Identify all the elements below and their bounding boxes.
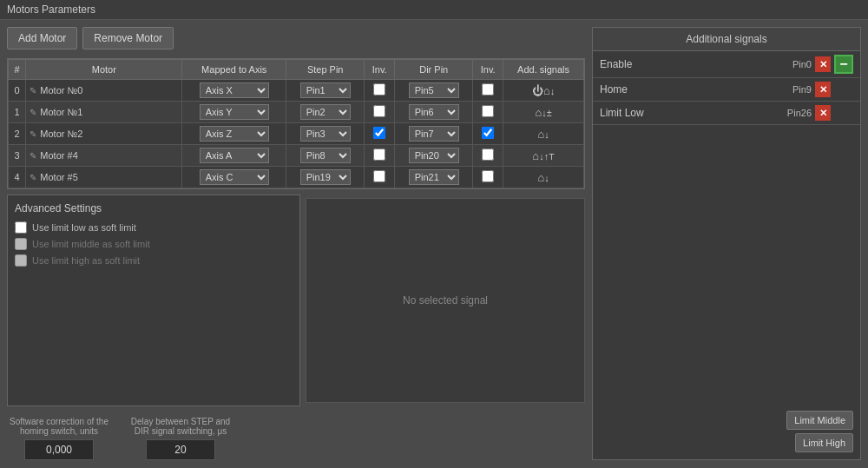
motor-edit-icon[interactable]: ✎ — [30, 129, 36, 139]
signal-enable-remove-btn[interactable]: ✕ — [815, 56, 831, 72]
checkbox-limit-high-row: Use limit high as soft limit — [15, 254, 293, 267]
motor-axis-select[interactable]: Axis XAxis YAxis ZAxis AAxis BAxis C — [200, 169, 269, 185]
motor-dir-pin-cell: Pin0Pin1Pin2Pin3Pin4Pin5Pin6Pin7Pin8Pin9… — [395, 145, 473, 167]
motor-step-pin-select[interactable]: Pin0Pin1Pin2Pin3Pin4Pin5Pin6Pin7Pin8Pin9… — [300, 82, 351, 98]
motor-name-cell: ✎Motor №0 — [26, 80, 182, 102]
motor-edit-icon[interactable]: ✎ — [30, 151, 36, 161]
motor-step-pin-cell: Pin0Pin1Pin2Pin3Pin4Pin5Pin6Pin7Pin8Pin9… — [286, 145, 365, 167]
step-dir-delay-input[interactable] — [146, 439, 215, 460]
add-limit-high-button[interactable]: Limit High — [795, 433, 853, 452]
app-title: Motors Parameters — [7, 3, 95, 16]
left-panel: Add Motor Remove Motor # Motor Mapped to… — [7, 27, 585, 460]
motor-name-label: Motor #4 — [40, 150, 77, 161]
main-container: Add Motor Remove Motor # Motor Mapped to… — [0, 20, 868, 467]
motor-step-inv-cell — [365, 102, 395, 123]
homing-correction-input[interactable] — [24, 439, 94, 460]
motor-name-label: Motor №2 — [40, 129, 82, 139]
add-limit-middle-button[interactable]: Limit Middle — [786, 411, 853, 430]
motor-add-signals-cell[interactable]: ⌂↓± — [503, 102, 584, 123]
toolbar: Add Motor Remove Motor — [7, 27, 585, 49]
checkbox-limit-middle-label: Use limit middle as soft limit — [32, 239, 150, 249]
homing-correction-label: Software correction of the homing switch… — [7, 417, 111, 436]
motor-name-label: Motor #5 — [40, 172, 77, 182]
motor-dir-pin-cell: Pin0Pin1Pin2Pin3Pin4Pin5Pin6Pin7Pin8Pin9… — [395, 80, 473, 102]
motor-step-pin-select[interactable]: Pin0Pin1Pin2Pin3Pin4Pin5Pin6Pin7Pin8Pin9… — [300, 104, 351, 120]
motor-add-signals-cell[interactable]: ⌂↓ — [503, 167, 584, 188]
motor-name-label: Motor №0 — [40, 85, 82, 96]
signal-home-name: Home — [600, 83, 678, 96]
motor-edit-icon[interactable]: ✎ — [30, 86, 36, 96]
signal-limit-low-pin: Pin26 — [678, 108, 815, 118]
motor-name-label: Motor №1 — [40, 107, 82, 117]
motor-dir-inv-checkbox[interactable] — [482, 170, 494, 182]
checkbox-limit-high[interactable] — [15, 254, 27, 267]
motor-dir-pin-select[interactable]: Pin0Pin1Pin2Pin3Pin4Pin5Pin6Pin7Pin8Pin9… — [409, 126, 459, 142]
signal-enable-minus-btn[interactable]: − — [834, 55, 853, 74]
motor-axis-cell: Axis XAxis YAxis ZAxis AAxis BAxis C — [182, 145, 286, 167]
no-signal-text: No selected signal — [403, 294, 488, 307]
motor-dir-inv-checkbox[interactable] — [482, 148, 494, 161]
signal-home-pin: Pin9 — [678, 84, 815, 95]
motor-step-inv-checkbox[interactable] — [373, 148, 385, 161]
motor-axis-cell: Axis XAxis YAxis ZAxis AAxis BAxis C — [182, 102, 286, 123]
motor-dir-inv-checkbox[interactable] — [482, 105, 494, 117]
remove-motor-button[interactable]: Remove Motor — [82, 27, 174, 49]
motor-step-inv-checkbox[interactable] — [373, 83, 385, 96]
motor-axis-cell: Axis XAxis YAxis ZAxis AAxis BAxis C — [182, 80, 286, 102]
homing-correction-group: Software correction of the homing switch… — [7, 417, 111, 460]
checkbox-limit-middle[interactable] — [15, 238, 27, 250]
checkbox-limit-low-label: Use limit low as soft limit — [32, 222, 136, 233]
motor-dir-pin-select[interactable]: Pin0Pin1Pin2Pin3Pin4Pin5Pin6Pin7Pin8Pin9… — [409, 82, 459, 98]
right-panel: Additional signals Enable Pin0 ✕ − Home … — [592, 27, 861, 460]
step-dir-delay-group: Delay between STEP and DIR signal switch… — [128, 417, 233, 460]
motor-edit-icon[interactable]: ✎ — [30, 173, 36, 182]
motor-step-inv-checkbox[interactable] — [373, 170, 385, 182]
motor-step-pin-select[interactable]: Pin0Pin1Pin2Pin3Pin4Pin5Pin6Pin7Pin8Pin9… — [300, 148, 351, 163]
motor-axis-cell: Axis XAxis YAxis ZAxis AAxis BAxis C — [182, 167, 286, 188]
motor-add-signals-cell[interactable]: ⌂↓ — [503, 123, 584, 145]
motor-step-inv-checkbox[interactable] — [373, 105, 385, 117]
table-row: 3✎Motor #4Axis XAxis YAxis ZAxis AAxis B… — [9, 145, 584, 167]
col-header-addsignals: Add. signals — [503, 60, 584, 80]
motor-dir-pin-select[interactable]: Pin0Pin1Pin2Pin3Pin4Pin5Pin6Pin7Pin8Pin9… — [409, 169, 459, 185]
motor-edit-icon[interactable]: ✎ — [30, 108, 36, 117]
motor-index: 0 — [9, 80, 26, 102]
motor-step-inv-cell — [365, 80, 395, 102]
signal-limit-low-row: Limit Low Pin26 ✕ — [593, 102, 860, 125]
motor-step-inv-cell — [365, 123, 395, 145]
motor-step-pin-select[interactable]: Pin0Pin1Pin2Pin3Pin4Pin5Pin6Pin7Pin8Pin9… — [300, 169, 351, 185]
motor-axis-select[interactable]: Axis XAxis YAxis ZAxis AAxis BAxis C — [200, 82, 269, 98]
col-header-motor: Motor — [26, 60, 182, 80]
motor-dir-pin-select[interactable]: Pin0Pin1Pin2Pin3Pin4Pin5Pin6Pin7Pin8Pin9… — [409, 104, 459, 120]
motors-table: # Motor Mapped to Axis Step Pin Inv. Dir… — [7, 58, 585, 189]
motor-step-pin-select[interactable]: Pin0Pin1Pin2Pin3Pin4Pin5Pin6Pin7Pin8Pin9… — [300, 126, 351, 142]
motor-step-pin-cell: Pin0Pin1Pin2Pin3Pin4Pin5Pin6Pin7Pin8Pin9… — [286, 80, 365, 102]
motor-axis-select[interactable]: Axis XAxis YAxis ZAxis AAxis BAxis C — [200, 126, 269, 142]
motor-dir-pin-cell: Pin0Pin1Pin2Pin3Pin4Pin5Pin6Pin7Pin8Pin9… — [395, 102, 473, 123]
motor-name-cell: ✎Motor #5 — [26, 167, 182, 188]
motor-index: 1 — [9, 102, 26, 123]
motor-dir-inv-checkbox[interactable] — [482, 127, 494, 139]
motor-dir-inv-cell — [473, 80, 503, 102]
motor-dir-inv-checkbox[interactable] — [482, 83, 494, 96]
signal-limit-low-remove-btn[interactable]: ✕ — [815, 105, 831, 121]
motor-axis-select[interactable]: Axis XAxis YAxis ZAxis AAxis BAxis C — [200, 104, 269, 120]
motor-add-signals-cell[interactable]: ⌂↓↑⊤ — [503, 145, 584, 167]
advanced-settings-panel: Advanced Settings Use limit low as soft … — [7, 194, 300, 406]
motor-axis-select[interactable]: Axis XAxis YAxis ZAxis AAxis BAxis C — [200, 148, 269, 163]
table-row: 1✎Motor №1Axis XAxis YAxis ZAxis AAxis B… — [9, 102, 584, 123]
checkbox-limit-low[interactable] — [15, 221, 27, 234]
add-motor-button[interactable]: Add Motor — [7, 27, 77, 49]
motor-step-inv-checkbox[interactable] — [373, 127, 385, 139]
checkbox-limit-high-label: Use limit high as soft limit — [32, 255, 140, 266]
signal-enable-row: Enable Pin0 ✕ − — [593, 51, 860, 78]
signal-home-row: Home Pin9 ✕ — [593, 78, 860, 102]
signal-home-remove-btn[interactable]: ✕ — [815, 82, 831, 97]
motor-add-signals-cell[interactable]: ⏻⌂↓ — [503, 80, 584, 102]
motor-name-cell: ✎Motor №2 — [26, 123, 182, 145]
advanced-settings-title: Advanced Settings — [15, 202, 293, 214]
signal-enable-pin: Pin0 — [678, 59, 815, 69]
motor-dir-pin-select[interactable]: Pin0Pin1Pin2Pin3Pin4Pin5Pin6Pin7Pin8Pin9… — [409, 148, 459, 163]
motor-step-pin-cell: Pin0Pin1Pin2Pin3Pin4Pin5Pin6Pin7Pin8Pin9… — [286, 102, 365, 123]
col-header-steppin: Step Pin — [286, 60, 365, 80]
